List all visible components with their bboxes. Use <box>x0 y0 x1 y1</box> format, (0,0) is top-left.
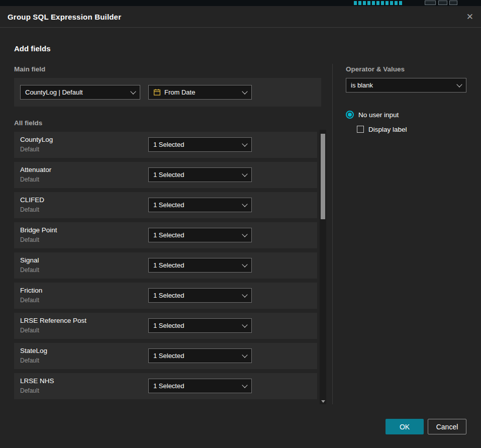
field-type: Default <box>20 327 39 334</box>
chevron-down-icon <box>242 292 247 297</box>
field-name: LRSE NHS <box>20 377 54 385</box>
field-name: Friction <box>20 287 42 294</box>
ok-button[interactable]: OK <box>386 419 424 434</box>
field-type: Default <box>20 357 39 364</box>
main-field-date-value: From Date <box>164 88 239 96</box>
field-type: Default <box>20 266 39 274</box>
vertical-divider <box>332 64 333 404</box>
display-label-label: Display label <box>368 126 407 133</box>
chevron-down-icon <box>242 231 247 237</box>
field-selection-dropdown[interactable]: 1 Selected <box>148 198 252 212</box>
add-fields-heading: Add fields <box>14 44 51 53</box>
field-selection-dropdown[interactable]: 1 Selected <box>148 288 252 303</box>
cancel-button[interactable]: Cancel <box>428 419 466 434</box>
operator-values-label: Operator & Values <box>346 65 405 73</box>
chevron-down-icon <box>242 88 247 94</box>
field-row: LRSE NHS Default 1 Selected <box>14 373 317 399</box>
field-row: Signal Default 1 Selected <box>14 252 317 279</box>
background-fragment <box>449 1 457 5</box>
chevron-down-icon <box>242 352 247 357</box>
field-type: Default <box>20 146 39 153</box>
radio-selected-dot-icon <box>348 113 352 117</box>
field-selection-value: 1 Selected <box>153 201 239 209</box>
dialog-titlebar: Group SQL Expression Builder ✕ <box>0 6 481 28</box>
field-selection-value: 1 Selected <box>153 171 239 178</box>
scrollbar-down-arrow-icon[interactable] <box>321 400 325 403</box>
field-name: Signal <box>20 256 39 264</box>
chevron-down-icon <box>130 88 136 94</box>
field-type: Default <box>20 236 39 243</box>
field-name: Attenuator <box>20 166 51 173</box>
chevron-down-icon <box>242 201 247 207</box>
field-selection-value: 1 Selected <box>153 231 239 239</box>
field-selection-value: 1 Selected <box>153 261 239 269</box>
field-name: LRSE Reference Post <box>20 317 86 324</box>
background-fragment <box>438 1 447 5</box>
calendar-icon <box>153 88 161 96</box>
dialog-title: Group SQL Expression Builder <box>8 13 121 21</box>
no-user-input-label: No user input <box>358 111 399 119</box>
field-row: Friction Default 1 Selected <box>14 283 317 309</box>
operator-value: is blank <box>351 81 453 89</box>
chevron-down-icon <box>242 171 247 176</box>
field-selection-dropdown[interactable]: 1 Selected <box>148 379 252 393</box>
field-name: CLIFED <box>20 196 44 204</box>
field-name: StateLog <box>20 347 47 354</box>
field-row: Attenuator Default 1 Selected <box>14 162 317 188</box>
scrollbar[interactable] <box>320 130 326 404</box>
main-field-source-value: CountyLog | Default <box>25 88 127 96</box>
field-row: LRSE Reference Post Default 1 Selected <box>14 313 317 339</box>
main-field-panel: CountyLog | Default From Date <box>14 78 321 107</box>
main-field-label: Main field <box>14 65 45 73</box>
field-type: Default <box>20 297 39 304</box>
field-type: Default <box>20 176 39 183</box>
background-app-strip <box>0 0 481 6</box>
field-selection-value: 1 Selected <box>153 352 239 360</box>
field-selection-value: 1 Selected <box>153 322 239 329</box>
chevron-down-icon <box>242 322 247 327</box>
field-row: CLIFED Default 1 Selected <box>14 192 317 218</box>
field-selection-value: 1 Selected <box>153 382 239 390</box>
all-fields-label: All fields <box>14 119 42 127</box>
field-selection-dropdown[interactable]: 1 Selected <box>148 228 252 242</box>
scrollbar-thumb[interactable] <box>321 134 325 219</box>
main-field-date-dropdown[interactable]: From Date <box>148 85 252 100</box>
chevron-down-icon <box>242 261 247 267</box>
close-icon[interactable]: ✕ <box>466 13 473 21</box>
no-user-input-radio[interactable] <box>346 111 354 119</box>
field-selection-dropdown[interactable]: 1 Selected <box>148 137 252 152</box>
field-selection-dropdown[interactable]: 1 Selected <box>148 258 252 273</box>
background-fragment <box>425 1 436 5</box>
field-selection-value: 1 Selected <box>153 292 239 299</box>
chevron-down-icon <box>242 382 247 388</box>
field-row: StateLog Default 1 Selected <box>14 343 317 369</box>
operator-dropdown[interactable]: is blank <box>346 78 466 93</box>
field-type: Default <box>20 387 39 394</box>
field-selection-dropdown[interactable]: 1 Selected <box>148 318 252 333</box>
chevron-down-icon <box>456 81 462 87</box>
field-row: CountyLog Default 1 Selected <box>14 132 317 158</box>
main-field-source-dropdown[interactable]: CountyLog | Default <box>20 85 140 100</box>
background-link-fragment <box>354 1 403 5</box>
field-type: Default <box>20 206 39 213</box>
display-label-checkbox[interactable] <box>357 126 364 133</box>
field-selection-value: 1 Selected <box>153 141 239 148</box>
field-selection-dropdown[interactable]: 1 Selected <box>148 167 252 182</box>
field-row: Bridge Point Default 1 Selected <box>14 222 317 248</box>
sql-expression-builder-dialog: Group SQL Expression Builder ✕ Add field… <box>0 0 481 448</box>
field-selection-dropdown[interactable]: 1 Selected <box>148 348 252 363</box>
field-name: Bridge Point <box>20 226 57 234</box>
chevron-down-icon <box>242 141 247 146</box>
field-name: CountyLog <box>20 136 53 143</box>
